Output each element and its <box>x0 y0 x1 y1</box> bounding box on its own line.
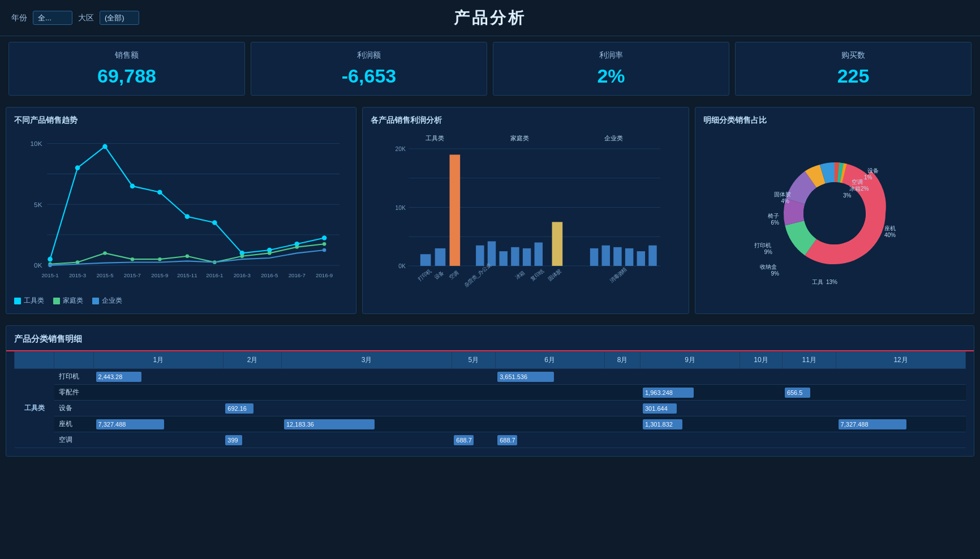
legend-family: 家庭类 <box>53 296 83 306</box>
empty-cell <box>604 416 641 432</box>
empty-cell <box>604 401 641 416</box>
svg-text:2015-5: 2015-5 <box>96 272 113 278</box>
svg-text:40%: 40% <box>884 232 896 238</box>
empty-cell <box>495 401 604 416</box>
empty-cell <box>282 432 452 448</box>
svg-rect-59 <box>500 251 508 266</box>
table-container: 1月 2月 3月 5月 6月 8月 9月 10月 11月 12月 <box>14 351 966 448</box>
svg-text:13%: 13% <box>826 279 837 285</box>
kpi-sales: 销售额 69,788 <box>8 42 245 96</box>
kpi-profit-value: -6,653 <box>263 65 475 87</box>
region-label: 大区 <box>78 13 94 23</box>
charts-row: 不同产品销售趋势 10K 5K 0K 2015-1 2015-3 2015-5 … <box>0 101 980 320</box>
empty-cell <box>94 432 223 448</box>
sub-desktop: 座机 <box>54 416 94 432</box>
empty-cell <box>783 432 836 448</box>
bar-cell: 301.644 <box>641 401 740 416</box>
bar-cell: 2,443.28 <box>94 369 223 385</box>
bar: 7,327.488 <box>96 419 164 429</box>
kpi-orders-label: 购买数 <box>747 50 960 61</box>
filter-group: 年份 全... 2015 2016 大区 (全部) 东区 西区 <box>11 11 139 25</box>
svg-rect-63 <box>552 222 563 266</box>
empty-cell <box>452 416 495 432</box>
svg-text:设备: 设备 <box>433 270 445 281</box>
line-chart-svg: 10K 5K 0K 2015-1 2015-3 2015-5 2015-7 20… <box>14 131 348 290</box>
empty-cell <box>836 385 966 401</box>
empty-cell <box>495 385 604 401</box>
svg-rect-56 <box>450 154 461 266</box>
bar: 656.5 <box>785 388 810 398</box>
svg-text:2016-1: 2016-1 <box>206 272 223 278</box>
svg-rect-68 <box>637 251 645 266</box>
bar-cell: 399 <box>223 432 282 448</box>
donut-chart-title: 明细分类销售占比 <box>703 115 966 126</box>
empty-cell <box>604 432 641 448</box>
bar-cell: 3,651.536 <box>495 369 604 385</box>
bar-cell: 688.7 <box>452 432 495 448</box>
th-feb: 2月 <box>223 352 282 369</box>
sub-parts: 零配件 <box>54 385 94 401</box>
empty-cell <box>282 401 452 416</box>
svg-point-38 <box>268 251 271 255</box>
empty-cell <box>604 369 641 385</box>
svg-rect-61 <box>523 248 531 266</box>
sub-device: 设备 <box>54 401 94 416</box>
table-row: 工具类 打印机 2,443.28 3,651.536 <box>15 369 966 385</box>
svg-rect-60 <box>511 247 519 266</box>
th-mar: 3月 <box>282 352 452 369</box>
empty-cell <box>452 385 495 401</box>
bar: 301.644 <box>643 403 677 414</box>
bottom-panel: 产品分类销售明细 1月 2月 3月 5月 6月 8月 9月 10月 <box>6 325 974 457</box>
bar-cell: 7,327.488 <box>94 416 223 432</box>
kpi-orders: 购买数 225 <box>735 42 972 96</box>
empty-cell <box>836 401 966 416</box>
empty-cell <box>452 369 495 385</box>
legend-enterprise: 企业类 <box>92 296 122 306</box>
empty-cell <box>740 416 783 432</box>
svg-text:2016-7: 2016-7 <box>289 272 306 278</box>
empty-cell <box>223 385 282 401</box>
svg-text:冰箱2%: 冰箱2% <box>849 186 869 192</box>
year-select[interactable]: 全... 2015 2016 <box>33 11 72 25</box>
svg-point-29 <box>322 235 327 240</box>
svg-text:2016-9: 2016-9 <box>316 272 333 278</box>
svg-text:空调: 空调 <box>852 179 863 185</box>
kpi-margin-value: 2% <box>505 65 717 87</box>
svg-text:2015-1: 2015-1 <box>41 272 58 278</box>
empty-cell <box>836 369 966 385</box>
empty-cell <box>282 369 452 385</box>
svg-text:10K: 10K <box>31 140 42 148</box>
kpi-sales-label: 销售额 <box>20 50 233 61</box>
svg-rect-62 <box>535 243 543 266</box>
legend-tools: 工具类 <box>14 296 44 306</box>
bar-cell: 692.16 <box>223 401 282 416</box>
sub-ac: 空调 <box>54 432 94 448</box>
svg-text:2015-11: 2015-11 <box>177 272 197 278</box>
svg-text:2015-3: 2015-3 <box>69 272 86 278</box>
svg-point-39 <box>295 245 298 248</box>
empty-cell <box>94 385 223 401</box>
svg-text:打印机: 打印机 <box>754 242 771 248</box>
svg-text:复印纸: 复印纸 <box>530 268 545 282</box>
region-select[interactable]: (全部) 东区 西区 <box>100 11 139 25</box>
kpi-row: 销售额 69,788 利润额 -6,653 利润率 2% 购买数 225 <box>0 36 980 101</box>
th-jan: 1月 <box>94 352 223 369</box>
svg-point-19 <box>48 257 53 262</box>
bar-cell: 688.7 <box>495 432 604 448</box>
svg-point-32 <box>103 251 106 255</box>
empty-cell <box>641 432 740 448</box>
kpi-margin-label: 利润率 <box>505 50 717 61</box>
bottom-title: 产品分类销售明细 <box>14 334 966 345</box>
svg-text:企业类: 企业类 <box>604 135 623 141</box>
empty-cell <box>452 401 495 416</box>
empty-cell <box>641 369 740 385</box>
bar-cell: 1,963.248 <box>641 385 740 401</box>
th-oct: 10月 <box>740 352 783 369</box>
svg-text:5K: 5K <box>34 201 42 209</box>
empty-cell <box>223 369 282 385</box>
svg-rect-57 <box>476 246 484 266</box>
empty-cell <box>94 401 223 416</box>
empty-cell <box>740 432 783 448</box>
category-tools: 工具类 <box>15 369 54 448</box>
svg-rect-58 <box>488 241 496 265</box>
